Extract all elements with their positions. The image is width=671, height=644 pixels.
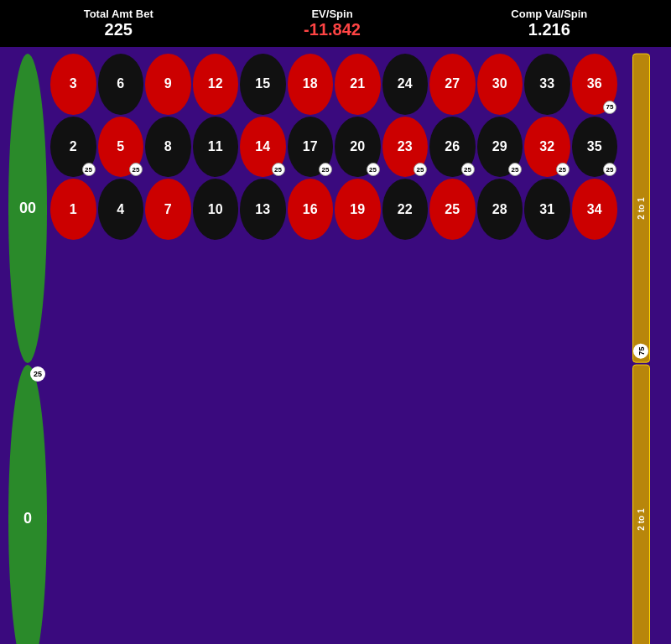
chip-32: 25 — [556, 163, 570, 176]
two-to-one-top-label: 2 to 1 — [637, 197, 646, 219]
number-col-2: 987 — [145, 54, 191, 644]
number-cell-5[interactable]: 525 — [98, 117, 144, 178]
two-to-one-bottom-label: 2 to 1 — [637, 508, 646, 530]
number-cell-10[interactable]: 10 — [193, 179, 239, 240]
number-cell-4[interactable]: 4 — [98, 179, 144, 240]
number-col-3: 121110 — [193, 54, 239, 644]
single-zero-cell[interactable]: 0 25 — [8, 365, 47, 644]
zero-column: 00 0 25 — [8, 54, 49, 644]
number-cell-7[interactable]: 7 — [145, 179, 191, 240]
number-cell-22[interactable]: 22 — [382, 179, 429, 240]
number-cell-2[interactable]: 225 — [50, 117, 96, 178]
chip-26: 25 — [461, 163, 475, 176]
number-col-6: 21202519 — [335, 54, 381, 644]
number-cell-33[interactable]: 33 — [524, 54, 570, 115]
number-cell-21[interactable]: 21 — [335, 54, 381, 115]
number-cell-36[interactable]: 3675 — [572, 54, 618, 115]
number-col-7: 24232522 — [382, 54, 429, 644]
number-cell-9[interactable]: 9 — [145, 54, 191, 115]
chip-29: 25 — [508, 163, 522, 176]
number-cell-24[interactable]: 24 — [382, 54, 429, 115]
number-cell-3[interactable]: 3 — [50, 54, 96, 115]
double-zero-cell[interactable]: 00 — [8, 54, 47, 363]
number-cell-18[interactable]: 18 — [288, 54, 334, 115]
number-col-0: 32251 — [50, 54, 96, 644]
number-cell-20[interactable]: 2025 — [335, 117, 381, 178]
number-cell-14[interactable]: 1425 — [240, 117, 286, 178]
number-cell-25[interactable]: 25 — [429, 179, 476, 240]
number-col-11: 3675352534 — [572, 54, 618, 644]
number-col-9: 30292528 — [477, 54, 523, 644]
two-to-one-bottom[interactable]: 2 to 1 — [632, 365, 650, 644]
number-cell-27[interactable]: 27 — [429, 54, 476, 115]
number-cell-15[interactable]: 15 — [240, 54, 286, 115]
number-cell-13[interactable]: 13 — [240, 179, 286, 240]
chip-17: 25 — [319, 163, 332, 176]
roulette-table: 00 0 25 32251652549871211101514251318172… — [8, 54, 663, 644]
total-amt-bet-block: Total Amt Bet 225 — [84, 8, 153, 39]
two-to-one-top[interactable]: 2 to 1 75 — [632, 54, 650, 363]
number-grid: 00 0 25 32251652549871211101514251318172… — [8, 54, 663, 644]
ev-spin-value: -11.842 — [304, 20, 361, 39]
number-cell-26[interactable]: 2625 — [429, 117, 476, 178]
comp-val-label: Comp Val/Spin — [511, 8, 587, 20]
number-cell-34[interactable]: 34 — [572, 179, 618, 240]
single-zero-label: 0 — [23, 510, 32, 527]
number-cell-23[interactable]: 2325 — [382, 117, 429, 178]
ev-spin-label: EV/Spin — [304, 8, 361, 20]
chip-14: 25 — [272, 163, 285, 176]
comp-val-value: 1.216 — [511, 20, 587, 39]
numbers-main: 3225165254987121110151425131817251621202… — [50, 54, 617, 644]
number-cell-17[interactable]: 1725 — [288, 117, 334, 178]
total-amt-bet-label: Total Amt Bet — [84, 8, 153, 20]
number-cell-12[interactable]: 12 — [193, 54, 239, 115]
chip-2: 25 — [82, 163, 96, 176]
number-cell-19[interactable]: 19 — [335, 179, 381, 240]
roulette-table-area: 00 0 25 32251652549871211101514251318172… — [0, 47, 671, 644]
double-zero-label: 00 — [19, 200, 36, 217]
chip-35: 25 — [603, 163, 616, 176]
chip-23: 25 — [414, 163, 427, 176]
number-cell-29[interactable]: 2925 — [477, 117, 523, 178]
right-column: 2 to 1 75 2 to 1 — [619, 54, 663, 644]
number-cell-28[interactable]: 28 — [477, 179, 523, 240]
number-cell-31[interactable]: 31 — [524, 179, 570, 240]
number-col-8: 27262525 — [429, 54, 476, 644]
number-cell-1[interactable]: 1 — [50, 179, 96, 240]
number-cell-16[interactable]: 16 — [288, 179, 334, 240]
chip-5: 25 — [129, 163, 143, 176]
header: Total Amt Bet 225 EV/Spin -11.842 Comp V… — [0, 0, 671, 47]
comp-val-block: Comp Val/Spin 1.216 — [511, 8, 587, 39]
chip-36: 75 — [603, 101, 616, 114]
number-cell-11[interactable]: 11 — [193, 117, 239, 178]
number-col-4: 15142513 — [240, 54, 286, 644]
ev-spin-block: EV/Spin -11.842 — [304, 8, 361, 39]
number-col-1: 65254 — [98, 54, 144, 644]
number-col-10: 33322531 — [524, 54, 570, 644]
number-col-5: 18172516 — [288, 54, 334, 644]
number-cell-8[interactable]: 8 — [145, 117, 191, 178]
number-cell-32[interactable]: 3225 — [524, 117, 570, 178]
number-cell-30[interactable]: 30 — [477, 54, 523, 115]
chip-20: 25 — [367, 163, 380, 176]
two-to-one-chip: 75 — [633, 344, 648, 359]
zero-chip: 25 — [30, 366, 45, 382]
total-amt-bet-value: 225 — [84, 20, 153, 39]
number-cell-6[interactable]: 6 — [98, 54, 144, 115]
number-cell-35[interactable]: 3525 — [572, 117, 618, 178]
